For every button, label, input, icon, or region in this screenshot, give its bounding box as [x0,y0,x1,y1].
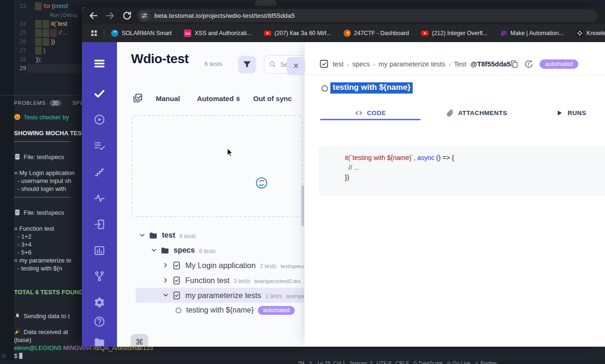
sidebar-steps-icon[interactable] [94,166,105,178]
apps-grid-icon[interactable] [90,29,98,37]
sidebar-bar-chart-icon[interactable] [94,245,105,256]
bookmark[interactable]: Make | Automation... [500,29,564,37]
tab-out-of-sync[interactable]: Out of sync [253,95,292,102]
statusbar-items: *M ⚠ Ln 29, Col 1 Spaces: 2 UTF-8 CRLF {… [298,360,497,364]
knowledge-favicon [576,29,583,37]
bookmark[interactable]: SOLARMAN Smart [111,29,172,37]
app-sidebar [82,42,117,347]
bookmark-label: 247CTF - Dashboard [354,30,409,36]
chevron-right-icon[interactable] [162,277,169,284]
chevron-right-icon[interactable] [162,262,169,269]
indent-guide [35,29,42,37]
bookmark[interactable]: Knowledge assistan... [576,29,605,37]
youtube-favicon [264,29,271,37]
sidebar-git-fork-icon[interactable] [94,270,105,282]
mouse-cursor [226,148,235,157]
test-id: @T8f55dda5 [471,60,511,68]
filter-button[interactable] [238,56,256,73]
breadcrumb-item[interactable]: specs [352,60,370,68]
bookmark[interactable]: (207) Как За 60 МИ... [264,29,331,37]
tree-row[interactable]: testing with ${name}automated [136,303,304,318]
bookmark[interactable]: 247CTF - Dashboard [343,29,409,37]
tree-row[interactable]: My Login application2 teststest/specs [136,258,304,273]
tab-code[interactable]: CODE [320,107,421,119]
test-status-circle-icon[interactable] [321,85,328,92]
solarman-favicon [111,29,118,37]
sidebar-play-icon[interactable] [94,114,105,125]
command-shortcut-button[interactable]: ⌘ [131,334,148,347]
tree-count: 3 tests [233,278,250,284]
breadcrumb-item[interactable]: test [333,60,343,68]
file-emoji-icon [14,153,21,161]
sidebar-folder-icon[interactable] [94,336,105,347]
panel-tab-spell-c[interactable]: SPELL C [73,100,82,106]
tree-file-path: test/specs/test2.tes [255,278,300,284]
tests-panel: Wdio-test 6 tests ManualAutomated6Out of… [117,42,304,347]
vscode-statusbar: *M ⚠ Ln 29, Col 1 Spaces: 2 UTF-8 CRLF {… [0,360,605,364]
tree-label: My Login application [185,261,255,270]
breadcrumb-item[interactable]: my parameterize tests [379,60,445,68]
indent-guide [35,47,42,55]
close-button[interactable] [287,57,305,74]
back-icon[interactable] [88,10,99,21]
youtube-favicon [421,29,429,37]
sidebar-activity-icon[interactable] [94,192,105,204]
test-title[interactable]: testing with ${name} [330,82,413,94]
bookmark-label: (207) Как За 60 МИ... [275,30,331,36]
terminal-line: $ [14,352,22,360]
terminal-line: (base) [14,336,31,344]
sync-status-icon[interactable] [524,59,533,69]
chevron-down-icon[interactable] [139,232,146,239]
tree-row[interactable]: my parameterize tests1 teststest/spe [136,288,304,303]
test-file-icon [172,291,181,300]
sidebar-sign-in-icon[interactable] [94,218,105,230]
testomat-app: Wdio-test 6 tests ManualAutomated6Out of… [82,42,605,347]
chevron-down-icon[interactable] [151,247,157,254]
test-tree: test6 testsspecs6 testsMy Login applicat… [136,228,304,319]
attach-icon [446,109,454,117]
forward-icon[interactable] [105,10,116,21]
sidebar-help-icon[interactable] [94,316,105,328]
tab-automated[interactable]: Automated6 [197,95,240,102]
terminal-line: Data received at [14,328,68,336]
folder-icon [160,246,169,255]
h1-favicon: 1o1 [184,29,191,37]
smile-emoji-icon [14,113,21,121]
dropzone [131,115,303,217]
panel-tab-problems[interactable]: PROBLEMS20 [14,100,61,106]
site-settings-icon[interactable] [139,11,149,21]
reload-icon[interactable] [122,10,132,21]
tree-label: Function test [185,276,229,285]
sidebar-gear-icon[interactable] [94,297,105,308]
bookmarks-bar: SOLARMAN Smart1o1XSS and Authorizati...(… [82,24,605,42]
bookmark[interactable]: (212) Integer Overfl... [421,29,488,37]
close-icon [292,62,299,69]
tab-runs[interactable]: RUNS [536,107,605,119]
sidebar-list-check-icon[interactable] [94,140,105,152]
tree-row[interactable]: test6 tests [136,228,304,243]
url-bar[interactable]: beta.testomat.io/projects/wdio-test/test… [137,9,598,22]
active-tab-underline [320,119,421,120]
tree-row[interactable]: Function test3 teststest/specs/test2.tes [136,273,304,288]
make-favicon [500,29,507,37]
bookmark[interactable]: 1o1XSS and Authorizati... [184,29,252,37]
indent-guide [35,20,42,28]
test-circle-icon [175,307,182,314]
sidebar-menu-icon[interactable] [94,58,105,69]
sidebar-check-icon[interactable] [94,87,105,99]
tab-manual[interactable]: Manual [156,95,180,102]
breadcrumb-separator: › [347,61,349,68]
sync-spinner-icon [255,177,268,189]
tree-row[interactable]: specs6 tests [136,243,304,258]
url-text[interactable]: beta.testomat.io/projects/wdio-test/test… [154,12,295,19]
indent-guide [35,2,42,10]
chevron-down-icon[interactable] [162,292,169,298]
tree-label: my parameterize tests [185,291,261,300]
terminal-line: Sending data to t [14,312,70,320]
tab-attachments[interactable]: ATTACHMENTS [424,107,529,119]
tree-count: 2 tests [260,263,276,269]
line-number: 27 [11,46,26,55]
copy-icon[interactable] [510,59,519,69]
terminal-line: TOTAL 6 TESTS FOUND [14,288,83,296]
breadcrumb-item[interactable]: Test [454,60,467,68]
